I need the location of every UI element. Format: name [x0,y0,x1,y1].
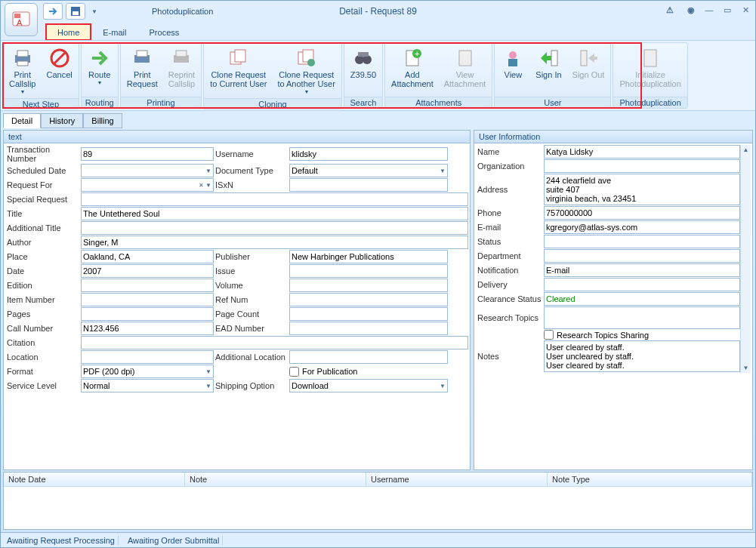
subtab-history[interactable]: History [41,113,83,128]
label: Username [214,149,289,159]
page-count-field[interactable] [289,307,448,321]
date-field[interactable] [81,264,214,278]
location-field[interactable] [81,350,214,364]
service-level-select[interactable]: Normal▼ [81,379,214,393]
shipping-option-select[interactable]: Download▼ [289,379,448,393]
group-routing: Route▾ Routing [81,42,119,109]
request-for-select[interactable]: ✕ ▼ [81,178,214,192]
col-note-date[interactable]: Note Date [4,473,185,486]
qat-dropdown-icon[interactable]: ▼ [88,8,100,15]
format-select[interactable]: PDF (200 dpi)▼ [81,365,214,378]
col-note[interactable]: Note [185,473,366,486]
call-number-field[interactable] [81,322,214,335]
address-field[interactable] [544,174,740,205]
view-attachment-button[interactable]: ViewAttachment [440,45,491,90]
cancel-button[interactable]: Cancel [42,45,76,81]
sign-out-button[interactable]: Sign Out [568,45,609,81]
svg-rect-7 [17,61,28,66]
app-window: A ▼ Photoduplication Detail - Request 89… [0,0,756,548]
clone-another-user-button[interactable]: Clone Requestto Another User▾ [273,45,339,97]
notes-field[interactable] [544,340,740,372]
minimize-button[interactable]: — [702,5,716,17]
volume-field[interactable] [289,279,448,292]
subtab-billing[interactable]: Billing [83,113,122,128]
reprint-callslip-button[interactable]: ReprintCallslip [164,45,199,90]
ribbon: PrintCallslip▾ Cancel Next Step Route▾ R… [1,40,755,111]
organization-field[interactable] [544,159,740,173]
title-field[interactable] [81,207,468,220]
email-field[interactable] [544,220,740,234]
additional-title-field[interactable] [81,221,468,235]
clone-current-user-button[interactable]: Clone Requestto Current User [205,45,271,90]
status-item[interactable]: Awaiting Request Processing [4,536,119,545]
maximize-button[interactable]: ▭ [721,5,734,17]
ref-num-field[interactable] [289,293,448,306]
svg-rect-11 [137,51,147,57]
item-number-field[interactable] [81,293,214,306]
z3950-button[interactable]: Z39.50 [346,45,381,81]
additional-location-field[interactable] [289,350,448,364]
help-icon[interactable]: ◉ [684,5,698,17]
publisher-field[interactable] [289,250,448,263]
special-request-field[interactable] [81,192,468,206]
add-attachment-button[interactable]: + AddAttachment [387,45,438,90]
tab-email[interactable]: E-mail [92,25,137,40]
initialize-photoduplication-button[interactable]: InitializePhotoduplication [615,45,685,90]
isxn-field[interactable] [289,178,448,192]
scheduled-date-select[interactable]: ▼ [81,164,214,177]
attachment-add-icon: + [400,46,424,70]
print-request-button[interactable]: PrintRequest [122,45,162,90]
research-topics-sharing-checkbox[interactable]: Research Topics Sharing [544,330,740,340]
subtab-detail[interactable]: Detail [3,113,41,128]
research-topics-field[interactable] [544,306,740,329]
phone-field[interactable] [544,206,740,220]
issue-field[interactable] [289,264,448,278]
label: Address [476,185,544,194]
scrollbar[interactable]: ▲▼ [740,145,751,373]
col-username[interactable]: Username [366,473,548,486]
close-button[interactable]: ✕ [739,5,752,17]
status-item[interactable]: Awaiting Order Submittal [125,536,223,545]
print-callslip-button[interactable]: PrintCallslip▾ [5,45,40,97]
citation-field[interactable] [81,336,468,349]
label: Notification [476,266,544,275]
status-field[interactable] [544,235,740,248]
label: Scheduled Date [5,166,81,175]
label: Transaction Number [5,145,81,163]
notification-field[interactable] [544,263,740,277]
username-field[interactable] [289,147,448,161]
context-tab-photoduplication[interactable]: Photoduplication [144,5,221,17]
place-field[interactable] [81,250,214,263]
document-type-select[interactable]: Default▼ [289,164,448,177]
pages-field[interactable] [81,307,214,321]
tab-process[interactable]: Process [139,25,190,40]
ead-number-field[interactable] [289,322,448,335]
department-field[interactable] [544,249,740,263]
svg-rect-13 [176,51,187,57]
binoculars-icon [351,46,375,70]
grid-body[interactable] [4,487,752,529]
qat-share-icon[interactable] [43,3,63,20]
col-note-type[interactable]: Note Type [548,473,752,486]
edition-field[interactable] [81,279,214,292]
detail-subtabs: Detail History Billing [3,113,753,128]
tab-home[interactable]: Home [46,24,91,40]
sign-in-button[interactable]: Sign In [531,45,566,81]
label: Department [476,251,544,260]
delivery-field[interactable] [544,278,740,291]
transaction-number-field[interactable] [81,147,214,161]
warning-icon[interactable]: ⚠ [663,5,677,17]
author-field[interactable] [81,236,468,249]
view-user-button[interactable]: View [496,45,529,81]
qat-save-icon[interactable] [66,3,85,20]
group-search: Z39.50 Search [344,42,383,109]
label: Name [476,147,544,156]
notes-grid: Note Date Note Username Note Type [3,472,753,530]
label: Status [476,237,544,246]
for-publication-checkbox[interactable]: For Publication [289,367,448,377]
route-button[interactable]: Route▾ [83,45,116,88]
label: ISxN [214,180,289,189]
clearance-field[interactable] [544,292,740,306]
label: Page Count [214,309,289,319]
name-field[interactable] [544,145,740,159]
